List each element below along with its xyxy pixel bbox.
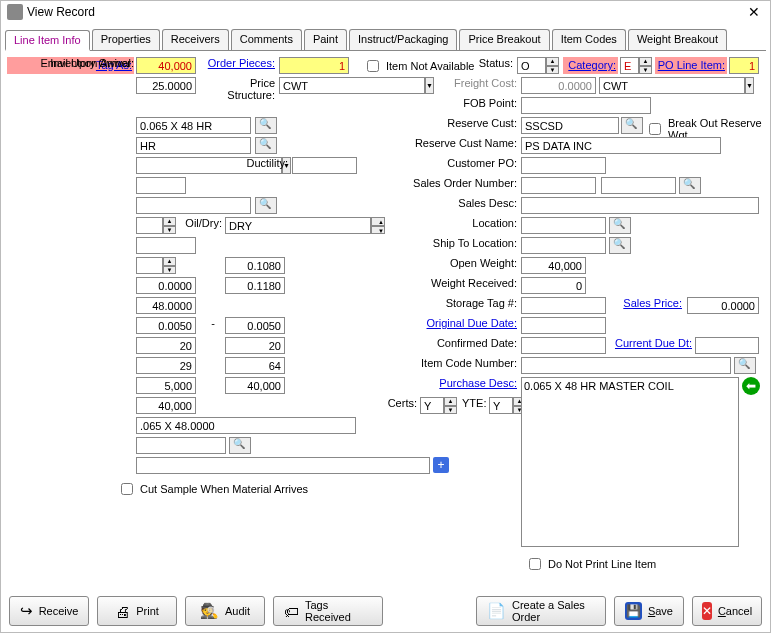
minmax-coil-a-input[interactable] <box>136 377 196 394</box>
price-struct-combo[interactable]: ▼ <box>279 77 359 94</box>
po-line-input[interactable] <box>729 57 759 74</box>
width-tol-b-input[interactable] <box>225 317 285 334</box>
weight-received-input[interactable] <box>521 277 586 294</box>
label-current-due: Current Due Dt: <box>610 337 692 349</box>
freight-cost-input[interactable] <box>521 77 596 94</box>
rb-min-input[interactable] <box>136 237 196 254</box>
tab-weight-breakout[interactable]: Weight Breakout <box>628 29 727 50</box>
tags-received-button[interactable]: 🏷Tags Received <box>273 596 383 626</box>
tags-icon: 🏷 <box>284 603 299 620</box>
inventory-grade-combo[interactable]: ▼ <box>136 157 231 174</box>
tab-properties[interactable]: Properties <box>92 29 160 50</box>
receive-button[interactable]: ↪Receive <box>9 596 89 626</box>
purchase-desc-textarea[interactable]: 0.065 X 48 HR MASTER COIL <box>521 377 739 547</box>
gage-min-input[interactable] <box>136 277 196 294</box>
label-order-pieces: Order Pieces: <box>200 57 275 69</box>
current-due-input[interactable] <box>695 337 759 354</box>
freight-uom-combo[interactable]: ▼ <box>599 77 654 94</box>
tab-price-breakout[interactable]: Price Breakout <box>459 29 549 50</box>
cut-sample-checkbox[interactable]: Cut Sample When Material Arrives <box>117 480 308 498</box>
tab-paint[interactable]: Paint <box>304 29 347 50</box>
max-lift-input[interactable] <box>136 397 196 414</box>
tab-item-codes[interactable]: Item Codes <box>552 29 626 50</box>
sales-order-input[interactable] <box>521 177 596 194</box>
cancel-button[interactable]: ✕Cancel <box>692 596 762 626</box>
label-fob: FOB Point: <box>407 97 517 109</box>
label-price-struct: Price Structure: <box>200 77 275 101</box>
item-code-input[interactable] <box>521 357 731 374</box>
status-spinner[interactable]: ▲▼ <box>517 57 559 74</box>
minmax-od-b-input[interactable] <box>225 357 285 374</box>
tab-comments[interactable]: Comments <box>231 29 302 50</box>
email-arrival-input[interactable] <box>136 457 430 474</box>
width-tol-a-input[interactable] <box>136 317 196 334</box>
product-input[interactable] <box>136 137 251 154</box>
printer-icon: 🖨 <box>115 603 130 620</box>
part-number-lookup-icon[interactable] <box>255 117 277 134</box>
back-arrow-icon[interactable]: ⬅ <box>742 377 760 395</box>
ship-to-lookup-icon[interactable] <box>609 237 631 254</box>
minmax-id-b-input[interactable] <box>225 337 285 354</box>
item-not-available-checkbox[interactable]: Item Not Available <box>363 57 474 75</box>
finish-input[interactable] <box>136 177 186 194</box>
fob-input[interactable] <box>521 97 651 114</box>
gage-max-b-input[interactable] <box>225 277 285 294</box>
location-input[interactable] <box>521 217 606 234</box>
gage-max-a-input[interactable] <box>225 257 285 274</box>
save-button[interactable]: 💾Save <box>614 596 684 626</box>
print-button[interactable]: 🖨Print <box>97 596 177 626</box>
reserve-cust-lookup-icon[interactable] <box>621 117 643 134</box>
certs-spinner[interactable]: ▲▼ <box>420 397 457 414</box>
tab-instruct-packaging[interactable]: Instruct/Packaging <box>349 29 458 50</box>
reserve-cust-input[interactable] <box>521 117 619 134</box>
storage-tag-input[interactable] <box>521 297 606 314</box>
inv-owner-lookup-icon[interactable] <box>229 437 251 454</box>
sales-order-lookup-icon[interactable] <box>679 177 701 194</box>
coating-lookup-icon[interactable] <box>255 197 277 214</box>
coating-wgt-input[interactable] <box>136 197 251 214</box>
tab-receivers[interactable]: Receivers <box>162 29 229 50</box>
tag-as-input[interactable] <box>136 417 356 434</box>
customer-po-input[interactable] <box>521 157 606 174</box>
orig-due-date-input[interactable] <box>521 317 606 334</box>
close-icon[interactable]: ✕ <box>744 4 764 20</box>
category-spinner[interactable]: ▲▼ <box>620 57 652 74</box>
minmax-coil-b-input[interactable] <box>225 377 285 394</box>
order-pieces-input[interactable] <box>279 57 349 74</box>
nct-ct-spinner[interactable]: ▲▼ <box>136 217 176 234</box>
part-number-input[interactable] <box>136 117 251 134</box>
minmax-od-a-input[interactable] <box>136 357 196 374</box>
gage-type-spinner[interactable]: ▲▼ <box>136 257 176 274</box>
item-code-lookup-icon[interactable] <box>734 357 756 374</box>
label-ductility: Ductility: <box>233 157 288 169</box>
sales-price-input[interactable] <box>687 297 759 314</box>
confirmed-date-input[interactable] <box>521 337 606 354</box>
location-lookup-icon[interactable] <box>609 217 631 234</box>
ductility-input[interactable] <box>292 157 357 174</box>
label-reserve-cust: Reserve Cust: <box>407 117 517 129</box>
ship-to-input[interactable] <box>521 237 606 254</box>
original-weight-input[interactable] <box>136 57 196 74</box>
create-sales-order-button[interactable]: 📄Create a Sales Order <box>476 596 606 626</box>
oil-dry-combo[interactable]: ▲▼ <box>225 217 360 234</box>
tab-line-item-info[interactable]: Line Item Info <box>5 30 90 51</box>
width-input[interactable] <box>136 297 196 314</box>
do-not-print-checkbox[interactable]: Do Not Print Line Item <box>525 555 656 573</box>
inv-owner-input[interactable] <box>136 437 226 454</box>
product-lookup-icon[interactable] <box>255 137 277 154</box>
window-title: View Record <box>27 5 744 19</box>
add-email-icon[interactable]: + <box>433 457 449 473</box>
audit-button[interactable]: 🕵Audit <box>185 596 265 626</box>
price-input[interactable] <box>136 77 196 94</box>
minmax-id-a-input[interactable] <box>136 337 196 354</box>
label-open-weight: Open Weight: <box>407 257 517 269</box>
sales-order-line-input[interactable] <box>601 177 676 194</box>
label-confirmed-date: Confirmed Date: <box>407 337 517 349</box>
form-panel: Original Weight: Price: Mill Tag Number:… <box>7 57 764 587</box>
label-location: Location: <box>407 217 517 229</box>
label-reserve-name: Reserve Cust Name: <box>402 137 517 149</box>
label-status: Status: <box>473 57 513 69</box>
reserve-name-input[interactable] <box>521 137 721 154</box>
sales-desc-input[interactable] <box>521 197 759 214</box>
open-weight-input[interactable] <box>521 257 586 274</box>
